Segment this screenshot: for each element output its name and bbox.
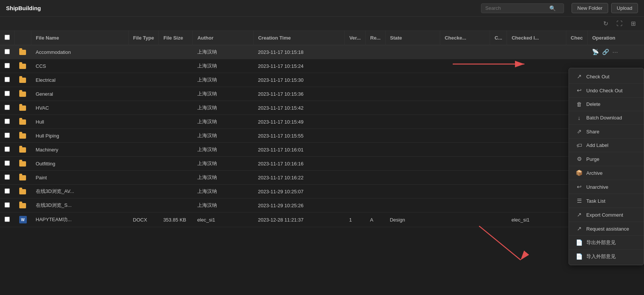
row-checked (440, 212, 490, 227)
row-checkbox-cell (0, 115, 15, 129)
row-checkbox-cell (0, 199, 15, 212)
upload-button[interactable]: Upload (611, 3, 638, 13)
context-menu-item[interactable]: ☰Task List (569, 194, 644, 208)
new-folder-button[interactable]: New Folder (572, 3, 608, 13)
row-author: elec_si1 (193, 212, 254, 227)
row-filesize (159, 45, 193, 59)
row-checkbox[interactable] (5, 63, 10, 68)
row-checkbox[interactable] (5, 119, 10, 124)
row-checkbox[interactable] (5, 77, 10, 82)
tasklist-icon: ☰ (576, 197, 583, 204)
row-checkbox[interactable] (5, 133, 10, 138)
context-menu-item[interactable]: ↩Unarchive (569, 180, 644, 194)
row-checkbox-cell (0, 59, 15, 73)
row-checkbox[interactable] (5, 49, 10, 54)
table-row[interactable]: Hull上海汉纳2023-11-17 10:15:49 (0, 115, 644, 129)
context-menu-item[interactable]: 🗑Delete (569, 98, 644, 111)
row-version (344, 115, 365, 129)
row-version (344, 59, 365, 73)
row-checkbox[interactable] (5, 91, 10, 96)
table-row[interactable]: General上海汉纳2023-11-17 10:15:36 (0, 87, 644, 101)
row-icon-cell (15, 45, 31, 59)
row-op-icons: 📡🔗⋯ (592, 49, 639, 55)
table-row[interactable]: Paint上海汉纳2023-11-17 10:16:22 (0, 171, 644, 185)
table-row[interactable]: Electrical上海汉纳2023-11-17 10:15:30 (0, 73, 644, 87)
row-creation-time: 2023-11-17 10:15:24 (254, 59, 345, 73)
folder-icon (19, 189, 26, 194)
select-all-checkbox[interactable] (5, 35, 10, 40)
row-checkbox[interactable] (5, 202, 10, 208)
table-row[interactable]: HVAC上海汉纳2023-11-17 10:15:42 (0, 101, 644, 115)
table-row[interactable]: WHAPYTEAM功...DOCX353.85 KBelec_si12023-1… (0, 212, 644, 227)
context-menu-item[interactable]: ↓Batch Download (569, 111, 644, 125)
row-author: 上海汉纳 (193, 87, 254, 101)
row-creation-time: 2023-11-17 10:15:42 (254, 101, 345, 115)
search-box[interactable]: 🔍 (481, 3, 564, 13)
row-filetype (128, 171, 158, 185)
context-menu-item[interactable]: 📦Archive (569, 166, 644, 180)
row-state (385, 59, 440, 73)
row-filesize (159, 115, 193, 129)
more-icon[interactable]: ⋯ (612, 49, 618, 55)
row-filetype (128, 115, 158, 129)
row-checkbox[interactable] (5, 188, 10, 194)
row-filesize (159, 87, 193, 101)
row-icon-cell (15, 143, 31, 157)
context-menu-item[interactable]: ↗Request assistance (569, 222, 644, 236)
table-row[interactable]: Outfitting上海汉纳2023-11-17 10:16:16 (0, 157, 644, 171)
context-menu-item[interactable]: 📄导入外部意见 (569, 250, 644, 263)
table-row[interactable]: Accommodation上海汉纳2023-11-17 10:15:18📡🔗⋯ (0, 45, 644, 59)
archive-icon: 📦 (576, 170, 583, 176)
link-icon[interactable]: 🔗 (602, 49, 609, 55)
search-input[interactable] (485, 5, 549, 11)
row-filetype (128, 59, 158, 73)
row-c (490, 157, 507, 171)
row-creation-time: 2023-11-17 10:16:16 (254, 157, 345, 171)
row-checkbox-cell (0, 73, 15, 87)
refresh-icon[interactable]: ↻ (601, 19, 610, 28)
row-checkbox[interactable] (5, 174, 10, 180)
label-icon: 🏷 (576, 142, 583, 148)
context-menu-item-label: Delete (586, 101, 601, 107)
context-menu-item-label: Check Out (586, 74, 609, 79)
row-version (344, 143, 365, 157)
row-c (490, 185, 507, 199)
row-filetype (128, 185, 158, 199)
header-chec: Chec (566, 31, 587, 45)
context-menu-item[interactable]: ↗Export Comment (569, 208, 644, 222)
table-row[interactable]: CCS上海汉纳2023-11-17 10:15:24 (0, 59, 644, 73)
table-row[interactable]: 在线3D浏览_AV...上海汉纳2023-11-29 10:25:07 (0, 185, 644, 199)
context-menu-item[interactable]: 📄导出外部意见 (569, 236, 644, 250)
context-menu-item[interactable]: ⚙Purge (569, 152, 644, 166)
context-menu-item-label: Task List (586, 198, 606, 204)
context-menu-item[interactable]: 🏷Add Label (569, 139, 644, 152)
row-filename: 在线3D浏览_S... (31, 199, 129, 212)
row-filename: Outfitting (31, 157, 129, 171)
row-icon-cell (15, 129, 31, 143)
context-menu-item[interactable]: ↩Undo Check Out (569, 84, 644, 98)
header-icon-col (15, 31, 31, 45)
table-row[interactable]: 在线3D浏览_S...上海汉纳2023-11-29 10:25:26 (0, 199, 644, 212)
table-row[interactable]: Machinery上海汉纳2023-11-17 10:16:01 (0, 143, 644, 157)
grid-icon[interactable]: ⊞ (629, 19, 638, 28)
purge-icon: ⚙ (576, 156, 583, 162)
row-author: 上海汉纳 (193, 59, 254, 73)
row-checkbox-cell (0, 157, 15, 171)
expand-icon[interactable]: ⛶ (614, 20, 625, 28)
row-icon-cell: W (15, 212, 31, 227)
row-checkbox-cell (0, 101, 15, 115)
header-state: State (385, 31, 440, 45)
row-checkbox[interactable] (5, 160, 10, 166)
row-checkbox[interactable] (5, 217, 10, 222)
row-creation-time: 2023-11-17 10:15:55 (254, 129, 345, 143)
row-checked-i: elec_si1 (507, 212, 566, 227)
context-menu-item[interactable]: ⇗Share (569, 125, 644, 139)
row-checkbox[interactable] (5, 147, 10, 152)
row-filesize (159, 129, 193, 143)
context-menu-item[interactable]: ↗Check Out (569, 70, 644, 84)
table-row[interactable]: Hull Piping上海汉纳2023-11-17 10:15:55 (0, 129, 644, 143)
broadcast-icon[interactable]: 📡 (592, 49, 599, 55)
row-re (366, 157, 385, 171)
row-version (344, 199, 365, 212)
row-checkbox[interactable] (5, 105, 10, 110)
